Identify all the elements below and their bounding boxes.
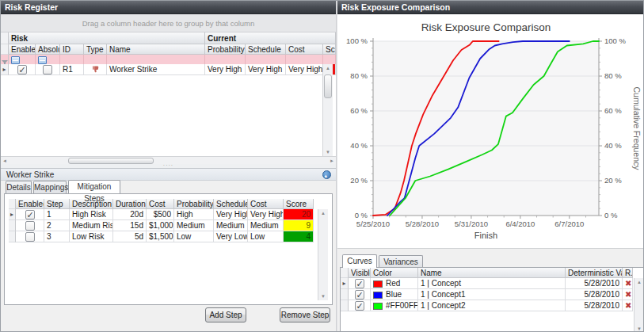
risk-register-title: Risk Register	[5, 2, 58, 12]
visible-checkbox[interactable]	[349, 300, 371, 311]
curve-row[interactable]: #FF00FF00 1 | Concept2 5/28/2010 ✖	[341, 300, 633, 311]
step-enabled-checkbox[interactable]	[16, 209, 44, 220]
mit-col-duration[interactable]: Duration	[113, 199, 147, 209]
mit-col-cost2[interactable]: Cost	[248, 199, 284, 209]
svg-text:Cumulative Frequency: Cumulative Frequency	[632, 86, 642, 170]
color-swatch	[373, 303, 383, 310]
step-enabled-checkbox[interactable]	[16, 231, 44, 242]
absolute-checkbox[interactable]	[36, 64, 60, 75]
remove-step-button[interactable]: Remove Step	[280, 307, 330, 322]
tab-mitigation-steps[interactable]: Mitigation Steps	[68, 180, 120, 193]
step-number: 2	[44, 220, 70, 231]
band-risk[interactable]: Risk	[9, 32, 205, 44]
vscroll-thumb[interactable]	[324, 74, 332, 98]
curve-row[interactable]: ▸ Red 1 | Concept 5/28/2010 ✖	[341, 278, 633, 289]
add-step-button[interactable]: Add Step	[205, 307, 246, 322]
mit-col-step[interactable]: Step	[44, 199, 70, 209]
mitigation-row[interactable]: ▸ 1 High Risk 20d $500 High Very High Ve…	[9, 209, 314, 220]
svg-text:80 %: 80 %	[604, 71, 622, 80]
step-probability: Low	[174, 231, 214, 242]
tab-mappings[interactable]: Mappings	[33, 181, 67, 193]
col-id[interactable]: ID	[60, 44, 84, 55]
svg-text:0 %: 0 %	[355, 211, 368, 219]
scroll-up-icon[interactable]: ▲	[323, 66, 333, 71]
curve-name: 1 | Concept1	[418, 289, 566, 300]
header-corner	[1, 44, 9, 55]
mit-col-probability[interactable]: Probability	[174, 199, 214, 209]
risk-row[interactable]: ▸ R1 Worker Strike Very High Very High V…	[1, 64, 336, 75]
col-score[interactable]: Sc	[323, 44, 336, 55]
curve-row[interactable]: Blue 1 | Concept1 5/28/2010 ✖	[341, 289, 633, 300]
step-cost: $500	[147, 209, 174, 220]
mit-col-schedule[interactable]: Schedule	[214, 199, 248, 209]
tab-variances[interactable]: Variances	[379, 255, 423, 268]
risk-register-vscrollbar[interactable]: ▲ ▼	[322, 64, 333, 156]
delete-curve-icon[interactable]: ✖	[623, 278, 633, 289]
col-type[interactable]: Type	[84, 44, 107, 55]
mitigation-grid: Enabled Step Description Duration Cost P…	[9, 199, 314, 242]
band-current[interactable]: Current	[205, 32, 336, 44]
delete-curve-icon[interactable]: ✖	[623, 300, 633, 311]
curves-vscrollbar[interactable]: ▲ ▼	[634, 278, 644, 332]
col-absolute[interactable]: Absolu...	[36, 44, 60, 55]
svg-text:80 %: 80 %	[350, 71, 368, 80]
col-visible[interactable]: Visible	[349, 268, 371, 278]
mitigation-vscrollbar[interactable]: ▲ ▼	[318, 209, 328, 300]
tab-details[interactable]: Details	[6, 181, 32, 193]
curve-color-cell: Red	[371, 278, 418, 289]
group-by-drop-zone[interactable]: Drag a column header here to group by th…	[1, 14, 336, 32]
step-schedule: Medium	[214, 220, 248, 231]
col-curve-name[interactable]: Name	[418, 268, 566, 278]
svg-text:5/31/2010: 5/31/2010	[455, 219, 488, 228]
col-remove[interactable]: R...	[623, 268, 633, 278]
scroll-left-icon[interactable]: ◄	[2, 158, 8, 163]
risk-probability: Very High	[205, 64, 246, 75]
step-schedule: Very High	[214, 209, 248, 220]
col-cost[interactable]: Cost	[286, 44, 323, 55]
chart-panel-title: Risk Exposure Comparison	[341, 2, 450, 12]
svg-text:Risk Exposure Comparison: Risk Exposure Comparison	[421, 21, 551, 33]
curve-name: 1 | Concept2	[418, 300, 566, 311]
col-color[interactable]: Color	[371, 268, 418, 278]
risk-register-grid: Risk Current Enabled Absolu... ID Type N…	[1, 32, 336, 156]
mit-col-cost[interactable]: Cost	[147, 199, 174, 209]
step-number: 3	[44, 231, 70, 242]
svg-text:6/4/2010: 6/4/2010	[505, 219, 535, 228]
step-enabled-checkbox[interactable]	[16, 220, 44, 231]
col-deterministic-value[interactable]: Deterministic Value	[566, 268, 623, 278]
hscroll-thumb[interactable]	[68, 158, 154, 164]
enabled-checkbox[interactable]	[9, 64, 36, 75]
step-cost: $1,000	[147, 220, 174, 231]
svg-text:0 %: 0 %	[604, 211, 618, 219]
visible-checkbox[interactable]	[349, 278, 371, 289]
delete-curve-icon[interactable]: ✖	[623, 289, 633, 300]
mitigation-row[interactable]: 2 Medium Risk 15d $1,000 Medium Medium M…	[9, 220, 314, 231]
risk-register-header: Risk Register	[1, 1, 336, 14]
scroll-up-icon[interactable]: ▲	[634, 280, 644, 284]
scroll-up-icon[interactable]: ▲	[318, 211, 328, 216]
mit-col-enabled[interactable]: Enabled	[16, 199, 44, 209]
svg-text:40 %: 40 %	[604, 141, 622, 150]
scroll-right-icon[interactable]: ►	[329, 158, 335, 163]
scroll-down-icon[interactable]: ▼	[318, 294, 328, 299]
svg-text:Finish: Finish	[474, 231, 497, 240]
scroll-down-icon[interactable]: ▼	[323, 150, 333, 155]
step-score-cell: 9	[284, 220, 314, 231]
col-name[interactable]: Name	[107, 44, 205, 55]
visible-checkbox[interactable]	[349, 289, 371, 300]
col-schedule[interactable]: Schedule	[246, 44, 286, 55]
risk-type-flag-icon	[84, 64, 107, 75]
row-indicator	[9, 220, 16, 231]
svg-text:5/28/2010: 5/28/2010	[406, 219, 439, 228]
filter-row[interactable]	[1, 55, 336, 64]
step-score-cell: 20	[284, 209, 314, 220]
scroll-down-icon[interactable]: ▼	[634, 326, 644, 331]
step-description: High Risk	[70, 209, 113, 220]
step-score-cell: 4	[284, 231, 314, 242]
col-probability[interactable]: Probability	[205, 44, 246, 55]
col-enabled[interactable]: Enabled	[9, 44, 36, 55]
pin-icon[interactable]	[322, 170, 331, 179]
tab-curves[interactable]: Curves	[342, 254, 377, 268]
mit-col-score[interactable]: Score	[284, 199, 314, 209]
mitigation-row[interactable]: 3 Low Risk 5d $1,500 Low Very Low Low 4	[9, 231, 314, 242]
